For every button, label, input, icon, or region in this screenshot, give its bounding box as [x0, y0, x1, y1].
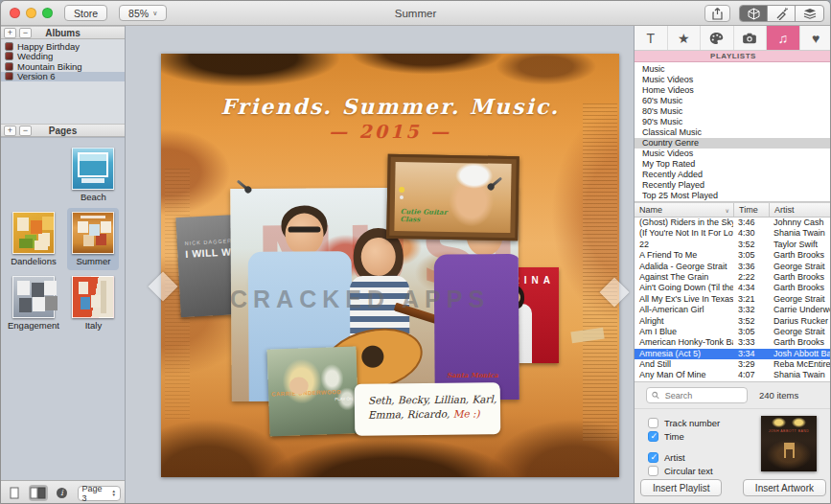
tab-photos[interactable] [734, 26, 768, 50]
song-row[interactable]: 22 3:52 Taylor Swift [635, 240, 831, 250]
note-card[interactable]: Seth, Becky, Lillian, Karl, Emma, Ricard… [355, 382, 501, 436]
song-row[interactable]: All-American Girl 3:32 Carrie Underwood [635, 305, 831, 315]
song-row[interactable]: Against The Grain 2:22 Garth Brooks [635, 272, 831, 283]
add-page-button[interactable]: + [4, 126, 16, 136]
page-thumbnail-label: Summer [76, 256, 110, 266]
column-header-name[interactable]: Name∨ [635, 203, 733, 217]
playlist-item[interactable]: Music [635, 64, 831, 75]
tab-colors[interactable] [701, 26, 734, 50]
carrie-artist-text: CARRIE UNDERWOOD [271, 389, 341, 398]
song-row[interactable]: American Honky-Tonk Bar As... 3:33 Garth… [635, 337, 831, 348]
song-artist: Taylor Swift [769, 240, 831, 250]
page-canvas[interactable]: Friends. Summer. Music. — 2015 — NICK DA… [161, 54, 619, 477]
page-number-stepper[interactable]: Page 3 ▲▼ [78, 486, 121, 501]
song-name: (If You're Not In It For Love) I'... [635, 228, 733, 239]
insert-artwork-button[interactable]: Insert Artwork [743, 479, 826, 496]
column-header-artist[interactable]: Artist [769, 203, 831, 217]
song-row[interactable]: Any Man Of Mine 4:07 Shania Twain [635, 370, 831, 380]
album-icon [5, 42, 13, 51]
santa-monica-label[interactable]: Santa Monica [447, 371, 498, 379]
single-page-view-button[interactable] [5, 485, 25, 501]
segment-layers-button[interactable] [796, 6, 823, 21]
search-field[interactable] [646, 387, 748, 403]
minimize-button[interactable] [26, 8, 36, 18]
page-thumbnail-image [12, 276, 55, 318]
song-artist: Garth Brooks [769, 272, 831, 283]
page-thumbnail-item[interactable]: Engagement [3, 272, 64, 334]
zoom-level-control[interactable]: 85%∨ [119, 5, 167, 21]
column-header-time[interactable]: Time [733, 203, 769, 217]
song-artist: Darius Rucker [769, 316, 831, 327]
heart-icon: ♥ [812, 32, 819, 45]
playlist-item[interactable]: Music Videos [635, 149, 831, 159]
page-thumbnail-item[interactable]: Italy [67, 272, 119, 334]
add-album-button[interactable]: + [4, 28, 16, 38]
song-artist: George Strait [769, 262, 831, 272]
album-list-item[interactable]: Wedding [1, 52, 125, 62]
page-thumbnail-item[interactable]: Summer [67, 208, 119, 270]
insert-playlist-button[interactable]: Insert Playlist [640, 479, 722, 496]
playlist-item[interactable]: 60's Music [635, 96, 831, 106]
playlist-item[interactable]: Recently Added [635, 170, 831, 180]
remove-album-button[interactable]: − [19, 28, 32, 38]
info-button[interactable]: i [52, 485, 72, 501]
song-row[interactable]: Am I Blue 3:05 George Strait [635, 327, 831, 337]
song-row[interactable]: Alright 3:52 Darius Rucker [635, 316, 831, 327]
page-year-text[interactable]: — 2015 — [161, 121, 619, 142]
song-row[interactable]: Amnesia (Act 5) 3:34 Josh Abbott Band [635, 349, 831, 359]
polaroid-photo[interactable]: Cutie Guitar Class [386, 154, 519, 241]
album-list-item[interactable]: Version 6 [1, 72, 125, 82]
album-list-item[interactable]: Mountain Biking [1, 61, 125, 72]
playlist-item[interactable]: My Top Rated [635, 159, 831, 170]
zoom-window-button[interactable] [42, 8, 53, 18]
playlist-item[interactable]: Country Genre [635, 138, 831, 149]
segment-airbrush-button[interactable] [768, 6, 796, 21]
song-name: All-American Girl [635, 305, 733, 315]
album-list-item[interactable]: Happy Birthday [1, 41, 125, 52]
camera-icon [742, 33, 757, 44]
carrie-title-text: PLAY ON [335, 397, 353, 402]
album-cover-carrie-underwood[interactable]: CARRIE UNDERWOOD PLAY ON [266, 346, 358, 436]
playlist-item[interactable]: 80's Music [635, 106, 831, 117]
store-button[interactable]: Store [64, 5, 107, 21]
playlist-item[interactable]: Top 25 Most Played [635, 191, 831, 201]
playlist-item[interactable]: Home Videos [635, 85, 831, 96]
view-mode-segmented-control [739, 5, 824, 22]
newsprint-texture [583, 103, 617, 441]
song-name: 22 [635, 240, 733, 250]
song-row[interactable]: A Friend To Me 3:05 Garth Brooks [635, 250, 831, 261]
remove-page-button[interactable]: − [19, 126, 32, 136]
song-artist: Johnny Cash [769, 218, 831, 228]
song-row[interactable]: All My Ex's Live In Texas 3:21 George St… [635, 294, 831, 305]
page-thumbnail-item[interactable]: Beach [67, 144, 119, 206]
playlist-item[interactable]: Recently Played [635, 180, 831, 191]
album-artwork-preview[interactable]: JOSH ABBOTT BAND [761, 416, 817, 471]
titlebar: Store 85%∨ Summer [1, 1, 830, 26]
album-icon [5, 62, 13, 71]
tab-favorites[interactable]: ★ [668, 26, 702, 50]
song-row[interactable]: And Still 3:29 Reba McEntire [635, 359, 831, 370]
close-button[interactable] [10, 8, 20, 18]
tab-shapes[interactable]: ♥ [800, 26, 831, 50]
playlist-item[interactable]: 90's Music [635, 117, 831, 127]
note-line-2: Emma, Ricardo, Me :) [368, 406, 500, 422]
playlist-item[interactable]: Music Videos [635, 75, 831, 85]
page-title-text[interactable]: Friends. Summer. Music. [161, 94, 619, 119]
segment-3d-button[interactable] [740, 6, 768, 21]
two-page-spread-icon [30, 487, 46, 499]
tab-text[interactable]: T [635, 26, 668, 50]
playlist-item[interactable]: Classical Music [635, 127, 831, 138]
spread-view-button[interactable] [29, 485, 49, 501]
song-row[interactable]: (If You're Not In It For Love) I'... 4:3… [635, 228, 831, 239]
album-icon [5, 52, 13, 60]
song-row[interactable]: Adalida - George Strait 3:36 George Stra… [635, 262, 831, 272]
search-input[interactable] [663, 390, 742, 401]
flower-decoration [399, 187, 404, 193]
layers-icon [803, 8, 817, 19]
tab-music[interactable]: ♫ [767, 26, 800, 50]
song-time: 3:52 [733, 240, 769, 250]
song-row[interactable]: (Ghost) Riders in the Sky 3:46 Johnny Ca… [635, 218, 831, 228]
page-thumbnail-item[interactable]: Dandelions [6, 208, 61, 270]
song-row[interactable]: Ain't Going Down (Til the Su... 4:34 Gar… [635, 283, 831, 293]
share-button[interactable] [704, 5, 730, 22]
